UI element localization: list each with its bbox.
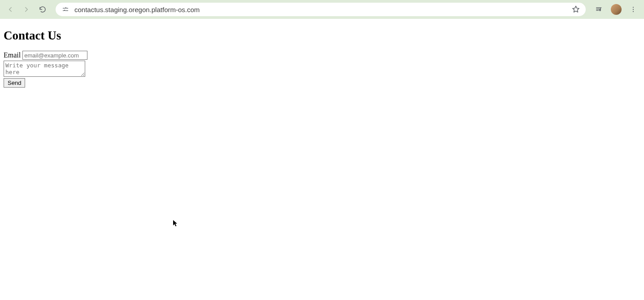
playlist-icon — [595, 5, 603, 13]
browser-right-controls — [595, 4, 640, 15]
email-input[interactable] — [22, 51, 87, 60]
address-bar[interactable]: contactus.staging.oregon.platform-os.com — [56, 3, 586, 16]
dots-vertical-icon — [630, 6, 637, 13]
email-row: Email — [4, 51, 640, 60]
bookmark-button[interactable] — [571, 5, 580, 14]
mouse-cursor-icon — [173, 220, 178, 227]
svg-point-1 — [633, 9, 634, 10]
forward-button[interactable] — [22, 5, 30, 13]
tune-icon — [62, 6, 69, 13]
url-text: contactus.staging.oregon.platform-os.com — [74, 6, 567, 13]
reload-icon — [39, 5, 47, 13]
email-label: Email — [4, 51, 21, 59]
message-textarea[interactable] — [4, 61, 85, 77]
page-body: Contact Us Email Send — [0, 19, 644, 91]
send-button[interactable]: Send — [4, 78, 25, 88]
browser-toolbar: contactus.staging.oregon.platform-os.com — [0, 0, 644, 19]
site-info-button[interactable] — [61, 6, 70, 13]
contact-form: Email Send — [4, 51, 640, 88]
media-control-button[interactable] — [595, 5, 604, 14]
profile-avatar[interactable] — [611, 4, 622, 15]
svg-point-2 — [633, 11, 634, 12]
arrow-right-icon — [22, 5, 30, 13]
reload-button[interactable] — [39, 5, 47, 13]
svg-point-0 — [633, 7, 634, 8]
arrow-left-icon — [6, 5, 14, 13]
page-title: Contact Us — [4, 29, 640, 43]
browser-menu-button[interactable] — [629, 5, 638, 14]
nav-buttons — [4, 5, 47, 13]
star-icon — [571, 5, 580, 14]
back-button[interactable] — [6, 5, 14, 13]
